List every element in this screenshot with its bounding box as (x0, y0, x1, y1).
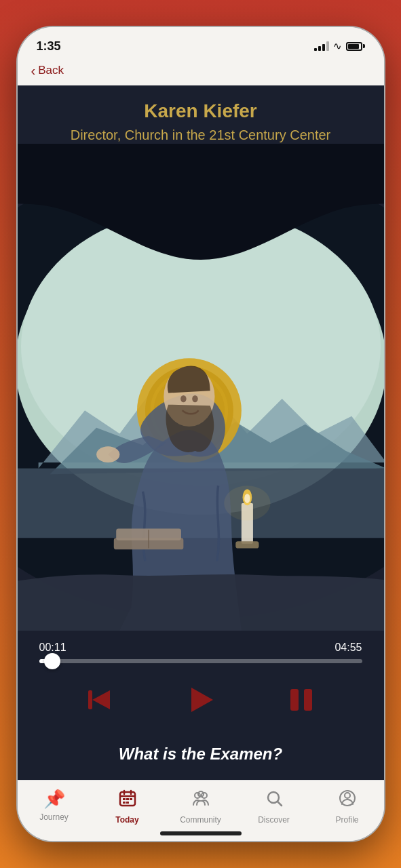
battery-icon (346, 42, 365, 51)
svg-point-21 (224, 486, 270, 520)
svg-marker-24 (191, 688, 213, 712)
discover-icon (265, 789, 284, 812)
svg-point-12 (192, 395, 198, 402)
track-title: What is the Examen? (18, 734, 384, 780)
current-time: 00:11 (39, 642, 66, 654)
svg-rect-25 (290, 689, 299, 711)
svg-rect-34 (123, 802, 126, 804)
tab-profile[interactable]: Profile (320, 789, 375, 825)
svg-rect-35 (126, 802, 129, 804)
progress-section: 00:11 04:55 (18, 631, 384, 669)
svg-point-36 (195, 793, 200, 798)
profile-label: Profile (335, 815, 358, 825)
playback-controls (18, 669, 384, 734)
community-icon (191, 789, 210, 812)
svg-marker-23 (92, 690, 110, 709)
track-title-text: What is the Examen? (119, 745, 282, 763)
svg-point-11 (180, 395, 187, 402)
main-content: Karen Kiefer Director, Church in the 21s… (18, 85, 384, 780)
tab-journey[interactable]: 📌 Journey (27, 789, 81, 822)
svg-point-38 (198, 791, 204, 797)
journey-label: Journey (39, 812, 69, 822)
cave-illustration (18, 144, 384, 631)
svg-point-13 (96, 446, 119, 462)
play-icon (183, 682, 218, 717)
svg-point-42 (345, 793, 350, 798)
home-indicator (160, 831, 242, 835)
progress-bar[interactable] (39, 659, 362, 663)
artist-title: Director, Church in the 21st Century Cen… (31, 126, 370, 144)
back-label: Back (38, 64, 64, 77)
signal-icon (314, 41, 329, 51)
total-time: 04:55 (335, 642, 362, 654)
status-time: 1:35 (37, 39, 61, 54)
tab-today[interactable]: Today (100, 789, 155, 825)
pause-icon (284, 682, 319, 717)
time-labels: 00:11 04:55 (39, 642, 362, 654)
progress-thumb[interactable] (44, 653, 60, 669)
svg-rect-18 (235, 541, 259, 548)
artist-info: Karen Kiefer Director, Church in the 21s… (18, 85, 384, 144)
top-nav: ‹ Back (18, 61, 384, 85)
tab-community[interactable]: Community (174, 789, 228, 825)
svg-point-37 (202, 793, 207, 798)
svg-line-40 (278, 802, 282, 806)
svg-rect-22 (88, 690, 92, 709)
back-button[interactable]: ‹ Back (31, 64, 370, 77)
pause-button[interactable] (284, 682, 319, 717)
community-label: Community (180, 815, 221, 825)
status-icons: ∿ (314, 40, 365, 52)
wifi-icon: ∿ (333, 40, 342, 52)
journey-icon: 📌 (43, 789, 65, 810)
play-button[interactable] (183, 682, 218, 717)
album-art (18, 144, 384, 631)
today-label: Today (115, 815, 138, 825)
today-icon (118, 789, 137, 812)
status-bar: 1:35 ∿ (18, 27, 384, 61)
svg-rect-32 (126, 798, 129, 800)
skip-back-button[interactable] (83, 682, 118, 717)
svg-rect-33 (130, 798, 132, 800)
artist-name: Karen Kiefer (31, 100, 370, 122)
tab-discover[interactable]: Discover (247, 789, 301, 825)
skip-back-icon (83, 682, 118, 717)
svg-rect-31 (123, 798, 126, 800)
discover-label: Discover (258, 815, 290, 825)
phone-frame: 1:35 ∿ ‹ Back Karen Kiefer Director, Chu… (18, 27, 384, 841)
svg-rect-26 (304, 689, 312, 711)
profile-icon (338, 789, 357, 812)
back-chevron-icon: ‹ (31, 64, 36, 77)
